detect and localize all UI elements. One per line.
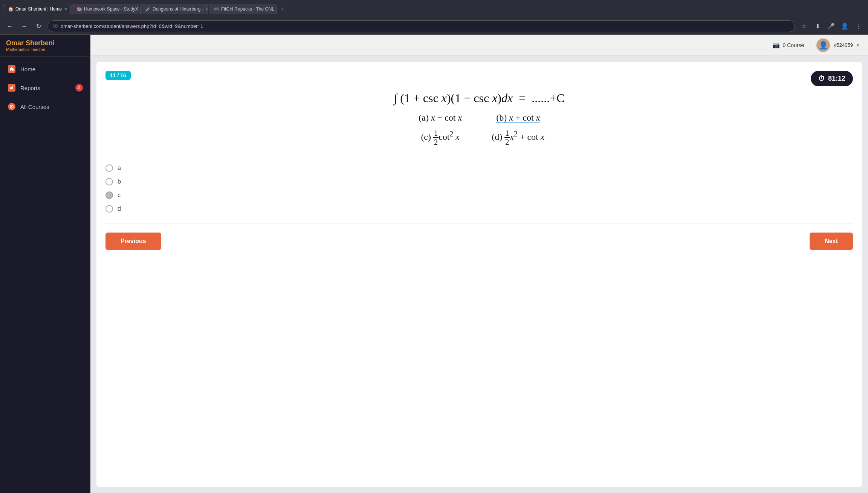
sidebar-nav: Home Reports 0 All Courses [0,57,90,119]
radio-option-a[interactable]: a [105,161,853,175]
question-image-area: ∫ (1 + csc x)(1 − csc x)dx = ......+C (a… [105,91,853,150]
download-icon[interactable]: ⬇ [812,21,823,32]
radio-label-b: b [118,178,121,185]
tab-favicon-1: 📚 [76,6,82,12]
tab-label-0: Omar Sherbeni | Home [15,6,62,12]
tab-fitgirl[interactable]: 🎮 FitGirl Repacks - The ONL ✕ [209,4,277,14]
tab-close-0[interactable]: ✕ [64,7,67,11]
tab-omar-home[interactable]: 🏠 Omar Sherbeni | Home ✕ [3,4,71,14]
sidebar-item-reports[interactable]: Reports 0 [0,78,90,97]
integral-expression: ∫ (1 + csc x)(1 − csc x)dx = ......+C [394,91,564,105]
reports-badge: 0 [75,84,83,92]
option-a: (a) x − cot x [409,113,472,123]
tab-favicon-2: 🗡️ [145,6,150,12]
main-area: 📷 0 Course 👤 #524059 ▾ 11 / 16 ⏱ 81:12 [90,35,868,493]
header-bar: 📷 0 Course 👤 #524059 ▾ [90,35,868,56]
tab-favicon-0: 🏠 [8,6,13,12]
mic-icon[interactable]: 🎤 [826,21,836,32]
menu-icon[interactable]: ⋮ [853,21,863,32]
content-wrapper: 11 / 16 ⏱ 81:12 ∫ (1 + csc x)(1 − csc x)… [96,62,862,487]
sidebar-item-home[interactable]: Home [0,60,90,78]
reload-button[interactable]: ↻ [33,21,44,32]
radio-option-d[interactable]: d [105,202,853,216]
next-button[interactable]: Next [810,233,853,250]
home-icon [8,65,16,73]
radio-option-b[interactable]: b [105,175,853,188]
option-c: (c) 1 2 cot2 x [409,129,472,146]
user-id: #524059 [834,42,853,48]
main-content: 11 / 16 ⏱ 81:12 ∫ (1 + csc x)(1 − csc x)… [90,56,868,493]
course-count-text: 0 Course [783,42,804,48]
sidebar-item-courses[interactable]: All Courses [0,97,90,116]
timer-badge: ⏱ 81:12 [811,71,853,86]
radio-label-a: a [118,165,121,171]
sidebar-item-reports-label: Reports [20,85,40,91]
timer-icon: ⏱ [818,75,825,83]
address-text: omar-sherbeni.com/student/answers.php?id… [61,23,203,29]
radio-option-c[interactable]: c [105,188,853,202]
nav-buttons: Previous Next [105,223,853,250]
radio-label-d: d [118,205,121,212]
courses-icon [8,103,16,111]
app-layout: Omar Sherbeni Mathematics Teacher Home R… [0,35,868,493]
question-badge: 11 / 16 [105,71,131,80]
header-divider [810,40,810,51]
back-button[interactable]: ← [5,21,15,32]
tabs-bar: 🏠 Omar Sherbeni | Home ✕ 📚 Homework Spac… [3,4,865,14]
address-bar-row: ← → ↻ ⓘ omar-sherbeni.com/student/answer… [0,18,868,35]
browser-chrome: 🏠 Omar Sherbeni | Home ✕ 📚 Homework Spac… [0,0,868,18]
logo-text: Omar Sherbeni [6,39,84,47]
tab-close-2[interactable]: ✕ [206,7,208,11]
svg-rect-2 [12,86,13,89]
forward-button[interactable]: → [19,21,29,32]
sidebar-logo: Omar Sherbeni Mathematics Teacher [0,35,90,57]
user-info[interactable]: 👤 #524059 ▾ [816,38,859,52]
address-bar[interactable]: ⓘ omar-sherbeni.com/student/answers.php?… [47,20,795,32]
sidebar-item-home-label: Home [20,66,35,72]
radio-circle-a [105,164,113,172]
new-tab-button[interactable]: + [277,4,287,14]
tab-dungeons[interactable]: 🗡️ Dungeons of Hinterberg - ✕ [140,4,208,14]
radio-circle-b [105,178,113,185]
svg-rect-1 [11,87,12,89]
lock-icon: ⓘ [53,23,58,29]
course-icon: 📷 [772,41,780,49]
timer-value: 81:12 [828,75,845,83]
bookmark-icon[interactable]: ☆ [799,21,809,32]
math-question: ∫ (1 + csc x)(1 − csc x)dx = ......+C (a… [394,91,564,150]
previous-button[interactable]: Previous [105,233,161,250]
option-d: (d) 1 2 x2 + cot x [487,129,550,146]
sidebar: Omar Sherbeni Mathematics Teacher Home R… [0,35,90,493]
tab-studyx[interactable]: 📚 Homework Space - StudyX ✕ [72,4,139,14]
tab-label-2: Dungeons of Hinterberg - [153,6,203,12]
logo-subtitle: Mathematics Teacher [6,47,84,52]
tab-label-3: FitGirl Repacks - The ONL [221,6,274,12]
svg-rect-0 [10,87,11,89]
sidebar-item-courses-label: All Courses [20,104,49,110]
radio-label-c: c [118,192,121,199]
math-options-grid: (a) x − cot x (b) x + cot x (c) 1 2 cot2… [409,113,549,146]
profile-icon[interactable]: 👤 [839,21,850,32]
radio-circle-c [105,191,113,199]
chevron-down-icon: ▾ [857,43,859,48]
avatar: 👤 [816,38,830,52]
tab-label-1: Homework Space - StudyX [84,6,138,12]
radio-circle-d [105,205,113,213]
tab-favicon-3: 🎮 [214,6,219,12]
toolbar-icons: ☆ ⬇ 🎤 👤 ⋮ [799,21,863,32]
svg-point-4 [11,106,12,107]
option-b: (b) x + cot x [487,113,550,123]
radio-options: a b c d [105,161,853,216]
course-count: 📷 0 Course [772,41,804,49]
reports-icon [8,84,16,92]
